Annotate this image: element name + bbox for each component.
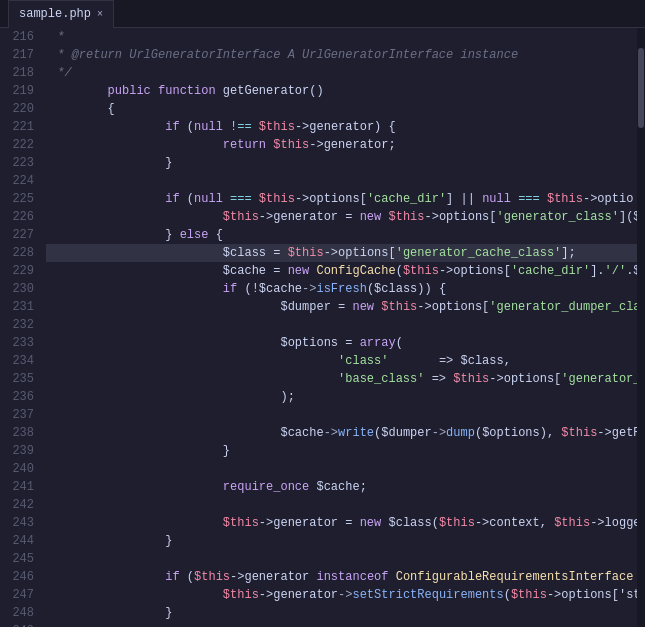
code-line: return $this->generator; — [46, 136, 637, 154]
line-number: 238 — [0, 424, 34, 442]
code-line: $dumper = new $this->options['generator_… — [46, 298, 637, 316]
tab-filename: sample.php — [19, 7, 91, 21]
code-line — [46, 622, 637, 627]
code-line: } else { — [46, 226, 637, 244]
code-line: } — [46, 604, 637, 622]
code-line: $cache->write($dumper->dump($options), $… — [46, 424, 637, 442]
line-number: 241 — [0, 478, 34, 496]
code-line: } — [46, 154, 637, 172]
line-number: 223 — [0, 154, 34, 172]
line-number: 222 — [0, 136, 34, 154]
line-number: 234 — [0, 352, 34, 370]
code-line: if (null === $this->options['cache_dir']… — [46, 190, 637, 208]
code-line: $this->generator->setStrictRequirements(… — [46, 586, 637, 604]
line-numbers: 2162172182192202212222232242252262272282… — [0, 28, 42, 627]
line-number: 226 — [0, 208, 34, 226]
line-number: 227 — [0, 226, 34, 244]
code-line: $cache = new ConfigCache($this->options[… — [46, 262, 637, 280]
line-number: 224 — [0, 172, 34, 190]
code-line — [46, 550, 637, 568]
line-number: 237 — [0, 406, 34, 424]
line-number: 240 — [0, 460, 34, 478]
code-line — [46, 316, 637, 334]
code-content[interactable]: * * @return UrlGeneratorInterface A UrlG… — [42, 28, 637, 627]
code-line — [46, 172, 637, 190]
line-number: 248 — [0, 604, 34, 622]
line-number: 217 — [0, 46, 34, 64]
code-line: if (null !== $this->generator) { — [46, 118, 637, 136]
code-area: 2162172182192202212222232242252262272282… — [0, 28, 645, 627]
line-number: 233 — [0, 334, 34, 352]
code-line: } — [46, 442, 637, 460]
file-tab[interactable]: sample.php × — [8, 0, 114, 28]
line-number: 235 — [0, 370, 34, 388]
line-number: 221 — [0, 118, 34, 136]
code-line: * @return UrlGeneratorInterface A UrlGen… — [46, 46, 637, 64]
code-line: require_once $cache; — [46, 478, 637, 496]
code-line: $options = array( — [46, 334, 637, 352]
code-line: $this->generator = new $this->options['g… — [46, 208, 637, 226]
code-line — [46, 460, 637, 478]
code-line: } — [46, 532, 637, 550]
code-line — [46, 496, 637, 514]
scrollbar[interactable] — [637, 28, 645, 627]
line-number: 229 — [0, 262, 34, 280]
line-number: 230 — [0, 280, 34, 298]
code-line: ); — [46, 388, 637, 406]
line-number: 219 — [0, 82, 34, 100]
code-line: $this->generator = new $class($this->con… — [46, 514, 637, 532]
code-line: if (!$cache->isFresh($class)) { — [46, 280, 637, 298]
line-number: 225 — [0, 190, 34, 208]
tab-bar: sample.php × — [0, 0, 645, 28]
line-number: 242 — [0, 496, 34, 514]
line-number: 246 — [0, 568, 34, 586]
code-line: { — [46, 100, 637, 118]
code-line: * — [46, 28, 637, 46]
line-number: 236 — [0, 388, 34, 406]
code-line: 'base_class' => $this->options['generato… — [46, 370, 637, 388]
line-number: 244 — [0, 532, 34, 550]
line-number: 239 — [0, 442, 34, 460]
line-number: 249 — [0, 622, 34, 627]
line-number: 247 — [0, 586, 34, 604]
line-number: 228 — [0, 244, 34, 262]
code-line — [46, 406, 637, 424]
line-number: 231 — [0, 298, 34, 316]
line-number: 243 — [0, 514, 34, 532]
line-number: 218 — [0, 64, 34, 82]
line-number: 245 — [0, 550, 34, 568]
code-line: */ — [46, 64, 637, 82]
editor-window: sample.php × 216217218219220221222223224… — [0, 0, 645, 627]
code-line: public function getGenerator() — [46, 82, 637, 100]
scrollbar-thumb[interactable] — [638, 48, 644, 128]
close-icon[interactable]: × — [97, 9, 103, 20]
line-number: 232 — [0, 316, 34, 334]
code-line: if ($this->generator instanceof Configur… — [46, 568, 637, 586]
line-number: 220 — [0, 100, 34, 118]
line-number: 216 — [0, 28, 34, 46]
code-line: $class = $this->options['generator_cache… — [46, 244, 637, 262]
code-line: 'class' => $class, — [46, 352, 637, 370]
